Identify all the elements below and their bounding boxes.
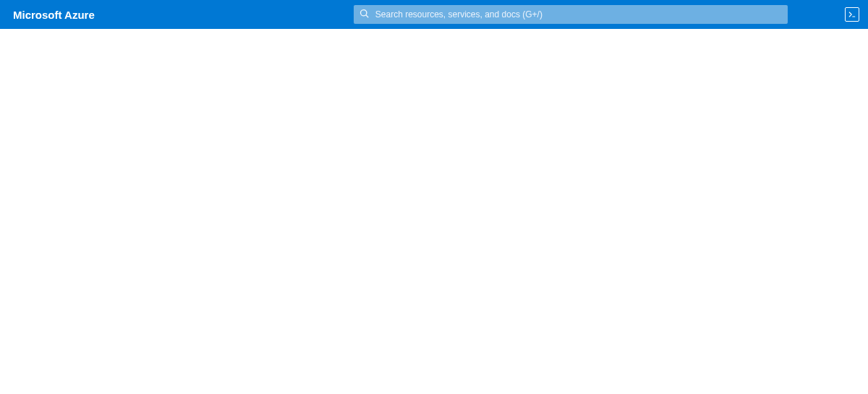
top-bar: Microsoft Azure	[0, 0, 868, 29]
global-search-input[interactable]	[375, 9, 782, 20]
brand-label: Microsoft Azure	[0, 9, 108, 21]
top-right	[845, 7, 859, 22]
search-icon	[359, 9, 375, 21]
global-search[interactable]	[354, 5, 788, 24]
cloud-shell-icon[interactable]	[845, 7, 859, 22]
